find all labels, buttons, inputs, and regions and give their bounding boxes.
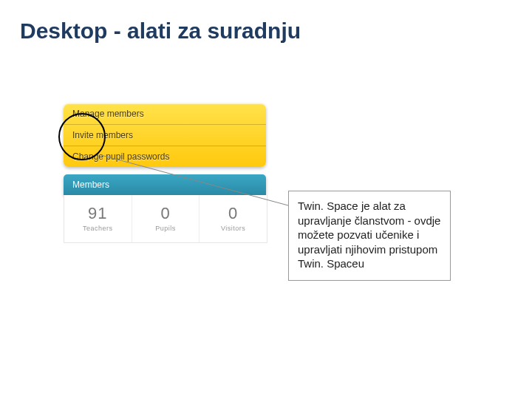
action-invite-members[interactable]: Invite members [64, 125, 266, 146]
stat-pupils-label: Pupils [132, 225, 200, 232]
slide-title: Desktop - alati za suradnju [20, 18, 301, 44]
actions-box: Manage members Invite members Change pup… [64, 103, 266, 167]
callout-box: Twin. Space je alat za upravljanje člans… [288, 191, 451, 281]
slide: Desktop - alati za suradnju Manage membe… [0, 0, 532, 399]
stat-teachers: 91 Teachers [64, 195, 132, 242]
action-change-passwords[interactable]: Change pupil passwords [64, 146, 266, 167]
stat-visitors-value: 0 [200, 204, 267, 223]
members-stats: 91 Teachers 0 Pupils 0 Visitors [64, 195, 267, 243]
stat-teachers-value: 91 [64, 204, 132, 223]
twinspace-panel: Manage members Invite members Change pup… [64, 103, 266, 243]
action-manage-members[interactable]: Manage members [64, 103, 266, 125]
callout-text: Twin. Space je alat za upravljanje člans… [298, 200, 440, 270]
stat-visitors-label: Visitors [200, 225, 267, 232]
members-header: Members [64, 174, 266, 195]
stat-teachers-label: Teachers [64, 225, 132, 232]
stat-pupils: 0 Pupils [132, 195, 200, 242]
stat-visitors: 0 Visitors [200, 195, 267, 242]
stat-pupils-value: 0 [132, 204, 200, 223]
